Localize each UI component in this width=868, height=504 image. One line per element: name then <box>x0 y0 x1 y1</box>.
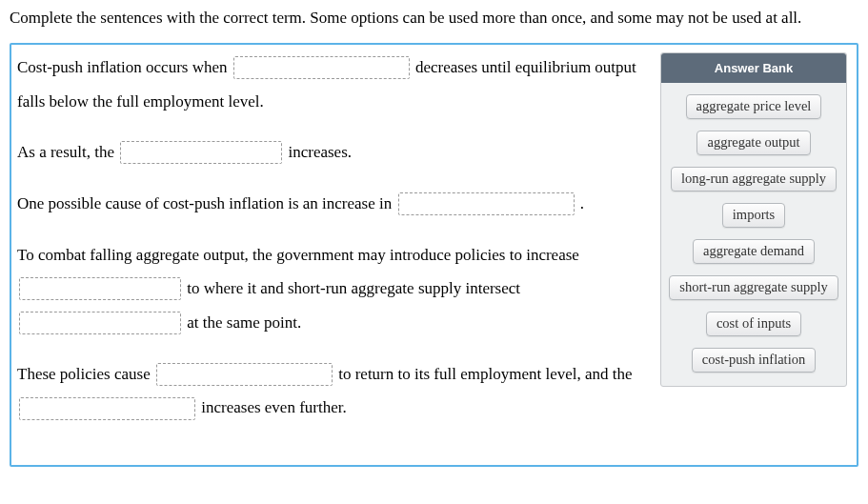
answer-option[interactable]: long-run aggregate supply <box>671 167 837 192</box>
text-fragment: As a result, the <box>17 143 118 161</box>
text-fragment: These policies cause <box>17 365 154 383</box>
text-fragment: to where it and short-run aggregate supp… <box>187 279 520 297</box>
sentence-5: These policies cause to return to its fu… <box>17 357 647 425</box>
drop-blank-2[interactable] <box>120 141 282 164</box>
instructions-text: Complete the sentences with the correct … <box>10 8 858 30</box>
text-fragment: . <box>580 194 584 212</box>
answer-option[interactable]: cost-push inflation <box>692 348 816 373</box>
text-fragment: to return to its full employment level, … <box>338 365 632 383</box>
exercise-panel: Cost-push inflation occurs when decrease… <box>10 43 858 467</box>
answer-option[interactable]: cost of inputs <box>706 312 801 336</box>
drop-blank-4[interactable] <box>19 277 181 300</box>
drop-blank-5[interactable] <box>19 312 181 334</box>
text-fragment: Cost-push inflation occurs when <box>17 58 232 76</box>
text-fragment: One possible cause of cost-push inflatio… <box>17 194 396 212</box>
drop-blank-3[interactable] <box>398 192 575 215</box>
answer-bank-title: Answer Bank <box>661 53 846 83</box>
answer-option[interactable]: aggregate price level <box>686 94 822 119</box>
sentence-1: Cost-push inflation occurs when decrease… <box>17 50 647 118</box>
question-area: Cost-push inflation occurs when decrease… <box>17 50 647 442</box>
text-fragment: To combat falling aggregate output, the … <box>17 246 579 264</box>
text-fragment: increases even further. <box>201 398 346 416</box>
answer-bank: Answer Bank aggregate price level aggreg… <box>660 52 847 387</box>
drop-blank-7[interactable] <box>19 397 195 420</box>
sentence-2: As a result, the increases. <box>17 135 647 170</box>
drop-blank-6[interactable] <box>156 363 333 386</box>
answer-option[interactable]: aggregate output <box>696 131 810 155</box>
sentence-3: One possible cause of cost-push inflatio… <box>17 187 647 221</box>
answer-option[interactable]: imports <box>722 203 785 228</box>
text-fragment: at the same point. <box>187 313 301 332</box>
sentence-4: To combat falling aggregate output, the … <box>17 238 647 340</box>
drop-blank-1[interactable] <box>233 56 410 79</box>
text-fragment: increases. <box>288 143 352 161</box>
answer-option[interactable]: short-run aggregate supply <box>669 275 838 300</box>
answer-option[interactable]: aggregate demand <box>693 239 815 264</box>
